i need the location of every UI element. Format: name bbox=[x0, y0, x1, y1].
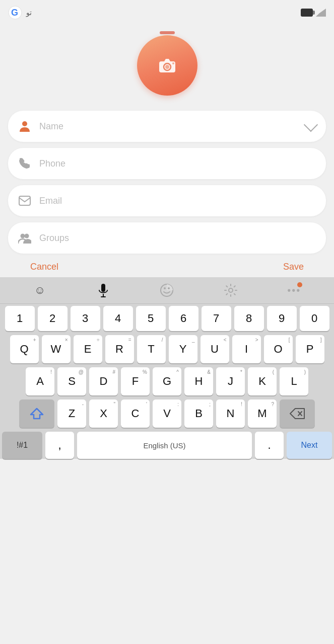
avatar-circle[interactable] bbox=[137, 35, 197, 96]
camera-icon bbox=[157, 55, 177, 75]
chevron-down-icon[interactable] bbox=[304, 118, 318, 132]
photo-section[interactable] bbox=[0, 25, 334, 111]
key-p[interactable]: ]P bbox=[296, 335, 324, 363]
person-icon bbox=[18, 120, 31, 133]
action-buttons: Cancel Save bbox=[0, 254, 334, 277]
key-f[interactable]: %F bbox=[121, 367, 150, 395]
status-bar: G تو bbox=[0, 0, 334, 25]
keyboard: 1 2 3 4 5 6 7 8 9 0 +Q ×W ÷E =R /T _Y <U… bbox=[0, 304, 334, 459]
number-row: 1 2 3 4 5 6 7 8 9 0 bbox=[2, 306, 332, 331]
symbols-key[interactable]: !#1 bbox=[2, 432, 42, 459]
key-o[interactable]: [O bbox=[264, 335, 293, 363]
groups-field[interactable]: Groups bbox=[8, 222, 326, 254]
key-4[interactable]: 4 bbox=[103, 306, 133, 331]
battery-icon bbox=[301, 9, 313, 17]
signal-icon bbox=[316, 9, 326, 17]
period-key[interactable]: . bbox=[255, 432, 284, 459]
svg-point-9 bbox=[25, 234, 29, 238]
key-7[interactable]: 7 bbox=[202, 306, 231, 331]
notification-badge bbox=[297, 282, 302, 287]
emoji-icon[interactable]: ☺ bbox=[32, 282, 48, 298]
key-h[interactable]: &H bbox=[184, 367, 213, 395]
qwerty-row: +Q ×W ÷E =R /T _Y <U >I [O ]P bbox=[2, 335, 332, 363]
svg-rect-10 bbox=[101, 284, 105, 292]
form-container: Name Phone Email bbox=[0, 111, 334, 254]
key-z[interactable]: -Z bbox=[57, 399, 86, 428]
svg-point-16 bbox=[229, 288, 233, 292]
groups-icon bbox=[18, 231, 31, 245]
key-v[interactable]: :V bbox=[153, 399, 181, 428]
bottom-row: !#1 , English (US) . Next bbox=[2, 432, 332, 459]
key-i[interactable]: >I bbox=[232, 335, 261, 363]
zxcv-row: -Z "X 'C :V ;B !N ?M bbox=[2, 399, 332, 428]
key-q[interactable]: +Q bbox=[10, 335, 39, 363]
key-j[interactable]: *J bbox=[216, 367, 245, 395]
key-g[interactable]: ^G bbox=[153, 367, 181, 395]
key-l[interactable]: )L bbox=[280, 367, 308, 395]
key-2[interactable]: 2 bbox=[38, 306, 68, 331]
key-d[interactable]: #D bbox=[89, 367, 118, 395]
comma-key[interactable]: , bbox=[45, 432, 74, 459]
svg-point-14 bbox=[164, 287, 166, 289]
sticker-icon[interactable] bbox=[159, 282, 175, 298]
name-placeholder: Name bbox=[39, 121, 298, 132]
key-8[interactable]: 8 bbox=[234, 306, 264, 331]
key-0[interactable]: 0 bbox=[300, 306, 329, 331]
key-c[interactable]: 'C bbox=[121, 399, 150, 428]
asdf-row: !A @S #D %F ^G &H *J (K )L bbox=[2, 367, 332, 395]
shift-key[interactable] bbox=[19, 399, 54, 428]
email-placeholder: Email bbox=[39, 196, 316, 206]
key-u[interactable]: <U bbox=[201, 335, 229, 363]
key-1[interactable]: 1 bbox=[5, 306, 35, 331]
key-y[interactable]: _Y bbox=[169, 335, 197, 363]
key-6[interactable]: 6 bbox=[169, 306, 198, 331]
space-key[interactable]: English (US) bbox=[77, 432, 252, 459]
mic-icon[interactable] bbox=[95, 282, 111, 298]
key-b[interactable]: ;B bbox=[184, 399, 213, 428]
svg-rect-7 bbox=[19, 196, 30, 205]
groups-placeholder: Groups bbox=[39, 233, 316, 244]
key-5[interactable]: 5 bbox=[136, 306, 166, 331]
status-text: تو bbox=[26, 9, 32, 17]
phone-field[interactable]: Phone bbox=[8, 148, 326, 179]
more-icon[interactable]: ••• bbox=[286, 282, 302, 298]
key-9[interactable]: 9 bbox=[267, 306, 297, 331]
key-e[interactable]: ÷E bbox=[74, 335, 102, 363]
phone-placeholder: Phone bbox=[39, 158, 316, 169]
email-field[interactable]: Email bbox=[8, 185, 326, 216]
key-m[interactable]: ?M bbox=[248, 399, 277, 428]
status-bar-left: G تو bbox=[8, 6, 32, 20]
key-a[interactable]: !A bbox=[26, 367, 54, 395]
backspace-key[interactable] bbox=[280, 399, 315, 428]
key-r[interactable]: =R bbox=[105, 335, 134, 363]
svg-point-15 bbox=[168, 287, 170, 289]
key-n[interactable]: !N bbox=[216, 399, 245, 428]
svg-point-4 bbox=[165, 65, 169, 69]
key-3[interactable]: 3 bbox=[71, 306, 100, 331]
keyboard-toolbar: ☺ ••• bbox=[0, 277, 334, 304]
email-icon bbox=[18, 194, 31, 207]
next-key[interactable]: Next bbox=[287, 432, 332, 459]
key-x[interactable]: "X bbox=[89, 399, 118, 428]
save-button[interactable]: Save bbox=[283, 262, 304, 272]
svg-point-5 bbox=[172, 62, 174, 64]
name-field[interactable]: Name bbox=[8, 111, 326, 142]
key-k[interactable]: (K bbox=[248, 367, 277, 395]
key-t[interactable]: /T bbox=[137, 335, 166, 363]
phone-icon bbox=[18, 157, 31, 170]
key-s[interactable]: @S bbox=[57, 367, 86, 395]
svg-point-6 bbox=[22, 121, 27, 126]
svg-point-8 bbox=[21, 234, 25, 238]
svg-text:G: G bbox=[11, 8, 18, 18]
cancel-button[interactable]: Cancel bbox=[30, 262, 58, 272]
settings-icon[interactable] bbox=[223, 282, 239, 298]
key-w[interactable]: ×W bbox=[42, 335, 71, 363]
google-icon: G bbox=[8, 6, 22, 20]
status-bar-right bbox=[301, 9, 326, 17]
